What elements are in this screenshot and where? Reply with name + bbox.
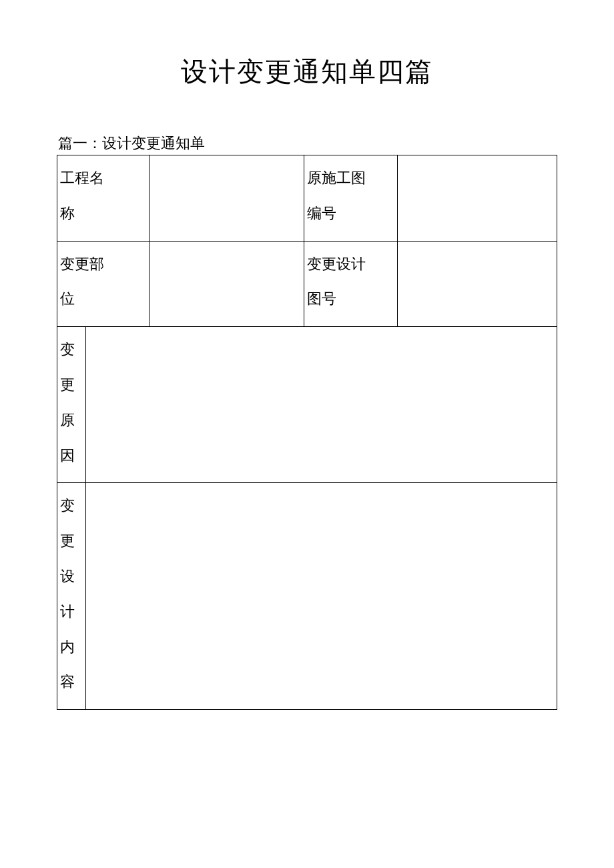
label-change-drawing-no: 变更设计图号 (304, 241, 398, 327)
value-original-drawing-no (398, 155, 557, 242)
value-change-drawing-no (398, 241, 557, 327)
page-title: 设计变更通知单四篇 (57, 53, 557, 90)
label-change-location: 变更部位 (57, 241, 149, 327)
form-table: 工程名称 原施工图编号 变更部位 (57, 155, 557, 710)
cell-text: 工程名称 (57, 155, 149, 241)
table-row: 变更设计内容 (57, 483, 557, 710)
value-change-content (86, 483, 557, 710)
vertical-label: 变更原因 (57, 327, 85, 482)
label-original-drawing-no: 原施工图编号 (304, 155, 398, 242)
cell-text (398, 242, 557, 256)
label-project-name: 工程名称 (57, 155, 149, 242)
cell-text (149, 155, 304, 170)
document-page: 设计变更通知单四篇 篇一：设计变更通知单 工程名称 原施工图编号 (0, 0, 614, 710)
cell-text (398, 155, 557, 170)
label-change-content: 变更设计内容 (57, 483, 86, 710)
value-change-reason (86, 327, 557, 483)
label-change-reason: 变更原因 (57, 327, 86, 483)
table-row: 变更原因 (57, 327, 557, 483)
cell-text (86, 483, 557, 498)
cell-text: 变更部位 (57, 242, 149, 327)
value-project-name (149, 155, 304, 242)
table-row: 变更部位 变更设计图号 (57, 241, 557, 327)
vertical-label: 变更设计内容 (57, 483, 85, 709)
cell-text: 原施工图编号 (304, 155, 397, 241)
section-subtitle: 篇一：设计变更通知单 (57, 133, 557, 153)
cell-text: 变更设计图号 (304, 242, 397, 327)
table-row: 工程名称 原施工图编号 (57, 155, 557, 242)
cell-text (149, 242, 304, 256)
cell-text (86, 327, 557, 342)
value-change-location (149, 241, 304, 327)
